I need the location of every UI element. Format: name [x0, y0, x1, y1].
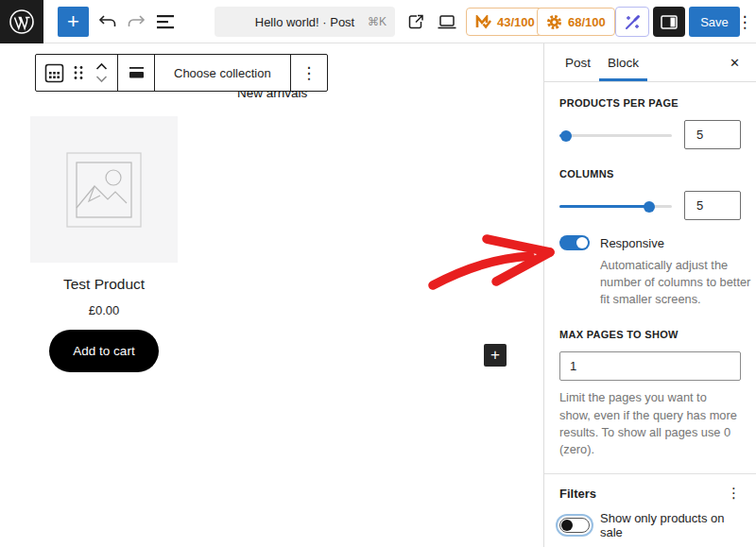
products-per-page-label: PRODUCTS PER PAGE	[559, 97, 741, 109]
chevron-down-icon	[95, 75, 108, 83]
responsive-help-text: Automatically adjust the number of colum…	[600, 257, 756, 308]
product-price: £0.00	[30, 303, 178, 317]
block-toolbar: Choose collection ⋮	[35, 54, 328, 92]
block-inserter-button[interactable]: +	[58, 7, 89, 37]
settings-sidebar: Post Block ✕ PRODUCTS PER PAGE COLUMNS	[543, 43, 756, 547]
readability-score-value: 68/100	[568, 15, 606, 29]
sidebar-tabs: Post Block ✕	[544, 43, 756, 82]
list-view-icon	[156, 14, 175, 29]
wordpress-logo-button[interactable]	[0, 0, 43, 43]
block-toolbar-group-options: ⋮	[291, 55, 327, 91]
slider-thumb[interactable]	[644, 201, 655, 213]
kebab-icon: ⋮	[301, 65, 317, 81]
on-sale-label[interactable]: Show only products on sale	[600, 511, 741, 539]
document-title-button[interactable]: Hello world! · Post ⌘K	[215, 7, 395, 37]
options-menu-button[interactable]: ⋮	[736, 10, 753, 33]
product-collection-icon	[44, 63, 64, 83]
seo-score-badge[interactable]: 43/100	[466, 8, 544, 36]
block-appender-button[interactable]: +	[484, 344, 507, 367]
settings-sidebar-toggle[interactable]	[653, 7, 685, 37]
block-toolbar-group-main	[36, 55, 118, 91]
align-icon	[129, 66, 145, 79]
filters-options-button[interactable]: ⋮	[727, 486, 741, 501]
seo-check-icon	[475, 15, 491, 29]
columns-control	[559, 191, 741, 220]
preview-device-button[interactable]	[435, 10, 459, 33]
save-button[interactable]: Save	[689, 7, 740, 37]
columns-label: COLUMNS	[559, 168, 741, 179]
responsive-toggle[interactable]	[559, 235, 590, 250]
add-to-cart-button[interactable]: Add to cart	[49, 330, 159, 372]
image-placeholder-icon	[66, 152, 142, 228]
external-link-icon	[407, 13, 424, 30]
redo-button[interactable]	[124, 10, 148, 33]
view-post-button[interactable]	[404, 10, 428, 33]
on-sale-control: Show only products on sale	[559, 511, 741, 539]
choose-collection-button[interactable]: Choose collection	[159, 56, 286, 90]
kebab-icon: ⋮	[737, 13, 753, 31]
undo-button[interactable]	[94, 10, 119, 33]
products-per-page-control	[559, 120, 741, 149]
filters-header: Filters ⋮	[559, 486, 741, 501]
chevron-up-icon	[95, 62, 108, 71]
slider-thumb[interactable]	[560, 130, 572, 142]
plus-icon: +	[490, 346, 500, 364]
block-options-button[interactable]: ⋮	[295, 56, 323, 90]
slider-fill	[559, 205, 649, 208]
red-annotation-arrow	[421, 227, 562, 295]
products-per-page-slider[interactable]	[559, 121, 672, 149]
columns-slider[interactable]	[559, 192, 672, 220]
products-per-page-input[interactable]	[684, 120, 741, 149]
tab-post[interactable]: Post	[557, 43, 599, 81]
block-type-button[interactable]	[40, 56, 68, 90]
tab-block[interactable]: Block	[599, 43, 647, 81]
responsive-label[interactable]: Responsive	[600, 236, 664, 250]
block-movers	[89, 60, 113, 85]
wordpress-icon	[8, 8, 36, 36]
product-name: Test Product	[30, 276, 178, 293]
on-sale-toggle[interactable]	[559, 518, 590, 533]
align-button[interactable]	[122, 56, 150, 90]
drag-handle-icon	[73, 65, 84, 80]
filters-title: Filters	[559, 487, 596, 501]
block-toolbar-group-align	[118, 55, 155, 91]
document-title: Hello world! · Post	[255, 15, 354, 29]
toggle-knob	[561, 520, 573, 531]
slider-track	[559, 134, 672, 137]
editor-topbar: + Hello world! · Post ⌘K	[0, 0, 756, 43]
move-down-button[interactable]	[95, 73, 108, 85]
command-shortcut: ⌘K	[368, 15, 387, 28]
drag-handle[interactable]	[68, 56, 89, 90]
plus-icon: +	[67, 9, 79, 33]
product-card: Test Product £0.00 Add to cart	[30, 116, 178, 372]
filters-panel: Filters ⋮ Show only products on sale STO…	[544, 474, 756, 547]
max-pages-help-text: Limit the pages you want to show, even i…	[559, 389, 741, 458]
max-pages-label: MAX PAGES TO SHOW	[559, 329, 741, 340]
responsive-control: Responsive	[559, 235, 741, 250]
block-settings-panel: PRODUCTS PER PAGE COLUMNS	[544, 82, 756, 473]
move-up-button[interactable]	[95, 60, 108, 73]
gear-icon	[546, 14, 562, 30]
wordpress-editor: + Hello world! · Post ⌘K	[0, 0, 756, 547]
kebab-icon: ⋮	[727, 485, 741, 501]
ai-assistant-button[interactable]	[615, 7, 649, 37]
block-toolbar-group-collection: Choose collection	[155, 55, 291, 91]
product-image-placeholder[interactable]	[30, 116, 178, 263]
readability-score-badge[interactable]: 68/100	[537, 8, 615, 36]
redo-icon	[127, 13, 146, 30]
sidebar-panel-icon	[661, 15, 678, 29]
toggle-knob	[576, 237, 588, 248]
document-overview-button[interactable]	[153, 10, 178, 33]
columns-input[interactable]	[684, 191, 741, 220]
magic-wand-icon	[623, 12, 642, 31]
seo-score-value: 43/100	[497, 15, 535, 29]
laptop-icon	[437, 14, 457, 30]
close-sidebar-button[interactable]: ✕	[726, 52, 744, 74]
close-icon: ✕	[730, 56, 740, 70]
max-pages-input[interactable]	[559, 351, 741, 381]
undo-icon	[97, 13, 117, 30]
